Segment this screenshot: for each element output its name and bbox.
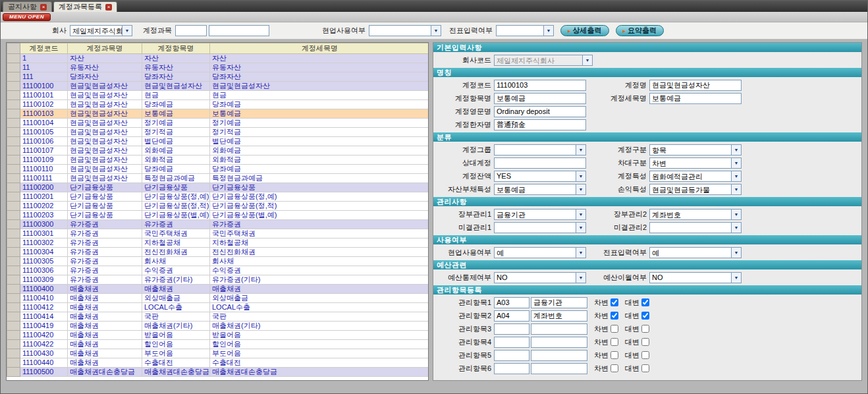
select-field[interactable]: ▼ (649, 222, 742, 233)
table-row[interactable]: 11100309유가증권유가증권(기타)유가증권(기타) (7, 275, 429, 285)
debit-checkbox[interactable] (610, 351, 618, 359)
row-selector[interactable] (7, 100, 20, 109)
row-selector[interactable] (7, 312, 20, 322)
tab-account-registration[interactable]: 계정과목등록 × (53, 1, 117, 12)
row-selector[interactable] (7, 155, 20, 165)
table-row[interactable]: 11100306유가증권수익증권수익증권 (7, 266, 429, 275)
text-field[interactable] (649, 93, 742, 104)
row-selector[interactable] (7, 119, 20, 128)
row-selector[interactable] (7, 285, 20, 294)
table-row[interactable]: 11100419매출채권매출채권(기타)매출채권(기타) (7, 322, 429, 331)
row-selector[interactable] (7, 211, 20, 220)
row-selector[interactable] (7, 82, 20, 91)
select-field[interactable]: 제일제지주식회사▼ (494, 55, 593, 66)
row-selector[interactable] (7, 349, 20, 358)
row-selector[interactable] (7, 137, 20, 146)
credit-checkbox[interactable] (641, 364, 649, 372)
select-field[interactable]: NO▼ (494, 272, 586, 283)
table-row[interactable]: 11100100현금및현금성자산현금및현금성자산현금및현금성자산 (7, 82, 429, 91)
table-row[interactable]: 11100305유가증권회사채회사채 (7, 257, 429, 266)
row-selector[interactable] (7, 239, 20, 248)
row-selector[interactable] (7, 368, 20, 377)
select-field[interactable]: 항목▼ (649, 144, 742, 155)
credit-checkbox[interactable] (641, 338, 649, 346)
table-row[interactable]: 111당좌자산당좌자산당좌자산 (7, 72, 429, 82)
mgmt-name-input[interactable] (531, 337, 587, 348)
slip-select[interactable]: ▼ (496, 25, 554, 36)
table-row[interactable]: 11유동자산유동자산유동자산 (7, 63, 429, 72)
mgmt-name-input[interactable] (531, 310, 587, 322)
table-row[interactable]: 11100500매출채권대손충당금매출채권대손충당금매출채권대손충당금 (7, 368, 429, 377)
table-row[interactable]: 11100414매출채권국판국판 (7, 312, 429, 322)
menu-open-button[interactable]: MENU OPEN (3, 13, 51, 21)
mgmt-code-input[interactable] (494, 337, 529, 348)
table-row[interactable]: 11100304유가증권전신전화채권전신전화채권 (7, 248, 429, 257)
mgmt-code-input[interactable] (494, 350, 529, 361)
mgmt-code-input[interactable] (494, 324, 529, 335)
row-selector[interactable] (7, 229, 20, 239)
table-row[interactable]: 11100420매출채권받을어음받을어음 (7, 331, 429, 340)
table-row[interactable]: 11100103현금및현금성자산보통예금보통예금 (7, 109, 429, 119)
mgmt-code-input[interactable] (494, 363, 529, 374)
row-selector[interactable] (7, 109, 20, 119)
row-selector[interactable] (7, 146, 20, 155)
table-row[interactable]: 11100102현금및현금성자산당좌예금당좌예금 (7, 100, 429, 109)
table-row[interactable]: 11100109현금및현금성자산외화적금외화적금 (7, 155, 429, 165)
summary-print-button[interactable]: ▸ 요약출력 (616, 25, 665, 36)
row-selector[interactable] (7, 91, 20, 100)
table-row[interactable]: 11100106현금및현금성자산별단예금별단예금 (7, 137, 429, 146)
table-row[interactable]: 11100300유가증권유가증권유가증권 (7, 220, 429, 229)
row-selector[interactable] (7, 248, 20, 257)
text-field[interactable] (494, 106, 586, 117)
row-selector[interactable] (7, 340, 20, 349)
table-row[interactable]: 11100110현금및현금성자산당좌예금당좌예금 (7, 165, 429, 174)
table-row[interactable]: 11100430매출채권부도어음부도어음 (7, 349, 429, 358)
table-row[interactable]: 11100104현금및현금성자산정기예금정기예금 (7, 119, 429, 128)
row-selector[interactable] (7, 192, 20, 202)
table-row[interactable]: 11100200단기금융상품단기금융상품단기금융상품 (7, 183, 429, 192)
select-field[interactable]: 예▼ (649, 247, 742, 258)
usage-select[interactable]: ▼ (369, 25, 441, 36)
select-field[interactable]: 계좌번호▼ (649, 209, 742, 220)
text-field[interactable] (649, 80, 742, 91)
table-row[interactable]: 11100201단기금융상품단기금융상품(정,예)단기금융상품(정,예) (7, 192, 429, 202)
credit-checkbox[interactable] (641, 351, 649, 359)
select-field[interactable]: 금융기관▼ (494, 209, 586, 220)
close-icon[interactable]: × (105, 4, 112, 11)
select-field[interactable]: ▼ (494, 222, 586, 233)
row-selector[interactable] (7, 63, 20, 72)
debit-checkbox[interactable] (610, 298, 618, 306)
row-selector[interactable] (7, 72, 20, 82)
debit-checkbox[interactable] (610, 325, 618, 333)
row-selector[interactable] (7, 275, 20, 285)
table-row[interactable]: 11100111현금및현금성자산특정현금과예금특정현금과예금 (7, 174, 429, 183)
row-selector[interactable] (7, 128, 20, 137)
table-row[interactable]: 11100105현금및현금성자산정기적금정기적금 (7, 128, 429, 137)
table-row[interactable]: 1자산자산자산 (7, 54, 429, 63)
credit-checkbox[interactable] (641, 298, 649, 306)
text-field[interactable] (494, 157, 586, 169)
table-row[interactable]: 11100422매출채권할인어음할인어음 (7, 340, 429, 349)
table-row[interactable]: 11100440매출채권수출대전수출대전 (7, 358, 429, 368)
row-selector[interactable] (7, 303, 20, 312)
select-field[interactable]: NO▼ (649, 272, 742, 283)
row-selector[interactable] (7, 174, 20, 183)
row-selector[interactable] (7, 202, 20, 211)
select-field[interactable]: 예▼ (494, 247, 586, 258)
account-code-input[interactable] (175, 25, 207, 36)
table-row[interactable]: 11100202단기금융상품단기금융상품(정,적)단기금융상품(정,적) (7, 202, 429, 211)
row-selector[interactable] (7, 220, 20, 229)
table-row[interactable]: 11100412매출채권LOCAL수출LOCAL수출 (7, 303, 429, 312)
table-row[interactable]: 11100400매출채권매출채권매출채권 (7, 285, 429, 294)
row-selector[interactable] (7, 183, 20, 192)
table-row[interactable]: 11100410매출채권외상매출금외상매출금 (7, 294, 429, 303)
select-field[interactable]: 차변▼ (649, 157, 742, 169)
row-selector[interactable] (7, 358, 20, 368)
select-field[interactable]: ▼ (494, 144, 586, 155)
row-selector[interactable] (7, 331, 20, 340)
text-field[interactable] (494, 93, 586, 104)
mgmt-name-input[interactable] (531, 324, 587, 335)
debit-checkbox[interactable] (610, 364, 618, 372)
row-selector[interactable] (7, 294, 20, 303)
mgmt-name-input[interactable] (531, 350, 587, 361)
